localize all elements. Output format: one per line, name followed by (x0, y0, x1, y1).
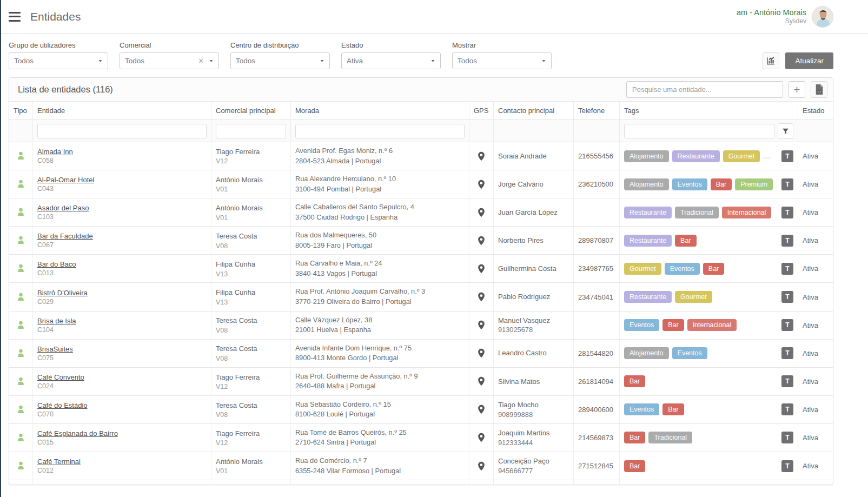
refresh-button[interactable]: Atualizar (785, 52, 833, 69)
map-pin-icon[interactable] (478, 433, 485, 442)
tags-filter-button[interactable] (778, 123, 793, 139)
tags-filter-input[interactable] (624, 124, 774, 138)
map-pin-icon[interactable] (478, 264, 485, 274)
contact-name: Jorge Calvário (498, 180, 569, 189)
user-block[interactable]: am - António Morais Sysdev (737, 8, 806, 25)
commercial-select[interactable]: Todos ✕ ▼ (120, 52, 219, 69)
entity-link[interactable]: Asador del Paso (37, 204, 207, 212)
entity-link[interactable]: Brisa de Isla (37, 317, 207, 325)
t-button[interactable]: T (781, 263, 793, 275)
export-xls-button[interactable]: XLS (811, 81, 827, 98)
t-button[interactable]: T (781, 178, 793, 190)
map-pin-icon[interactable] (478, 236, 485, 246)
chart-button[interactable] (763, 52, 779, 69)
entity-link[interactable]: Café do Estádio (37, 401, 207, 409)
t-button[interactable]: T (781, 432, 793, 443)
user-role: Sysdev (737, 17, 806, 25)
t-button[interactable]: T (781, 347, 793, 359)
column-header-estado[interactable]: Estado (798, 102, 833, 120)
status-text: Ativa (803, 434, 829, 442)
entity-link[interactable]: Almada Inn (37, 148, 207, 156)
t-button[interactable]: T (781, 319, 793, 331)
tags-cell: RestauranteBar T (620, 227, 798, 255)
tag-pill: Bar (703, 263, 724, 275)
entity-link[interactable]: Bar do Baco (37, 260, 207, 268)
entity-link[interactable]: Al-Pal-Omar Hotel (37, 176, 207, 184)
address-line-2: 3100-494 Pombal | Portugal (295, 184, 465, 195)
contact-name: Juan García López (498, 208, 569, 217)
map-pin-icon[interactable] (478, 292, 485, 302)
address-cell: Avenida Prof. Egas Moniz, n.º 6 2804-523… (291, 142, 469, 170)
contact-name: Tiago Mocho (498, 400, 569, 410)
t-button[interactable]: T (781, 150, 793, 162)
avatar-photo-icon (812, 6, 833, 28)
t-button[interactable]: T (781, 235, 793, 247)
entity-link[interactable]: BrisaSuites (37, 345, 207, 353)
entity-cell: Bistrô D'Oliveira C029 (33, 283, 211, 311)
user-group-select[interactable]: Todos ▼ (9, 52, 108, 69)
address-cell: Rua Prof. Guilherme de Assunção, n.º 9 2… (291, 368, 469, 396)
column-header-contacto[interactable]: Contacto principal (494, 102, 574, 120)
tags-cell: AlojamentoEventosBarPremium T (620, 170, 798, 198)
search-input[interactable] (626, 81, 783, 98)
entity-code: C012 (37, 467, 207, 474)
morada-filter-input[interactable] (295, 124, 465, 138)
address-line-2: 8900-413 Monte Gordo | Portugal (295, 353, 465, 363)
table-row: Café Esplanada do Bairro C015 Tiago Ferr… (9, 424, 833, 452)
person-icon (16, 151, 25, 161)
entity-code: C075 (37, 354, 207, 362)
tags-list: AlojamentoEventosBarPremium (624, 178, 773, 190)
map-pin-icon[interactable] (478, 376, 485, 386)
tags-cell: Bar T (620, 368, 798, 396)
column-header-morada[interactable]: Morada (291, 102, 469, 120)
entity-cell: BrisaSuites C075 (33, 340, 211, 368)
column-header-gps[interactable]: GPS (469, 102, 494, 120)
t-button[interactable]: T (781, 403, 793, 415)
clear-icon[interactable]: ✕ (198, 57, 204, 65)
entidade-filter-input[interactable] (37, 124, 207, 138)
map-pin-icon[interactable] (478, 461, 485, 471)
status-select[interactable]: Ativa ▼ (341, 52, 441, 69)
column-header-entidade[interactable]: Entidade (33, 102, 211, 120)
tag-pill: Eventos (672, 347, 707, 359)
map-pin-icon[interactable] (478, 405, 485, 414)
map-pin-icon[interactable] (478, 320, 485, 330)
entity-link[interactable]: Bistrô D'Oliveira (37, 289, 207, 297)
t-button[interactable]: T (781, 460, 793, 472)
map-pin-icon[interactable] (478, 180, 485, 189)
entity-link[interactable]: Bar da Faculdade (37, 232, 207, 240)
column-header-tipo[interactable]: Tipo (9, 102, 33, 120)
t-button[interactable]: T (781, 375, 793, 387)
tags-list: RestauranteGourmet (624, 291, 712, 303)
entity-link[interactable]: Café Terminal (37, 458, 207, 466)
phone-cell (574, 198, 620, 227)
collapsed-sidebar-edge (0, 0, 1, 497)
menu-icon[interactable] (9, 12, 21, 22)
column-header-tags[interactable]: Tags (620, 102, 798, 120)
table-header-row: Tipo Entidade Comercial principal Morada… (9, 102, 833, 120)
show-select[interactable]: Todos ▼ (452, 52, 552, 69)
column-header-telefone[interactable]: Telefone (574, 102, 620, 120)
add-entity-button[interactable]: + (789, 81, 805, 98)
phone-cell: 253616060 (574, 480, 620, 485)
tag-pill: Eventos (624, 319, 659, 331)
entity-code: C058 (37, 157, 207, 164)
map-pin-icon[interactable] (478, 208, 485, 217)
entity-link[interactable]: Café Esplanada do Bairro (37, 429, 207, 438)
address-line-2: 8005-139 Faro | Portugal (295, 241, 465, 251)
entity-code: C104 (37, 326, 207, 334)
column-header-comercial[interactable]: Comercial principal (211, 102, 291, 120)
entity-link[interactable]: Café Convento (37, 373, 207, 381)
t-button[interactable]: T (781, 207, 793, 218)
t-button[interactable]: T (781, 291, 793, 303)
status-cell: Ativa (798, 255, 833, 283)
table-row: Almada Inn C058 Tiago Ferreira V12 Aveni… (9, 142, 833, 170)
map-pin-icon[interactable] (478, 348, 485, 358)
user-avatar[interactable] (812, 6, 833, 28)
distribution-center-select[interactable]: Todos ▼ (230, 52, 330, 69)
comercial-filter-input[interactable] (216, 124, 286, 138)
map-pin-icon[interactable] (478, 151, 485, 161)
address-cell: Rua dos Malmequeres, 50 8005-139 Faro | … (291, 227, 469, 255)
gps-cell (469, 340, 494, 368)
table-row: Casa Borges C014 Diogo Marques V09 Rua D… (9, 480, 833, 485)
